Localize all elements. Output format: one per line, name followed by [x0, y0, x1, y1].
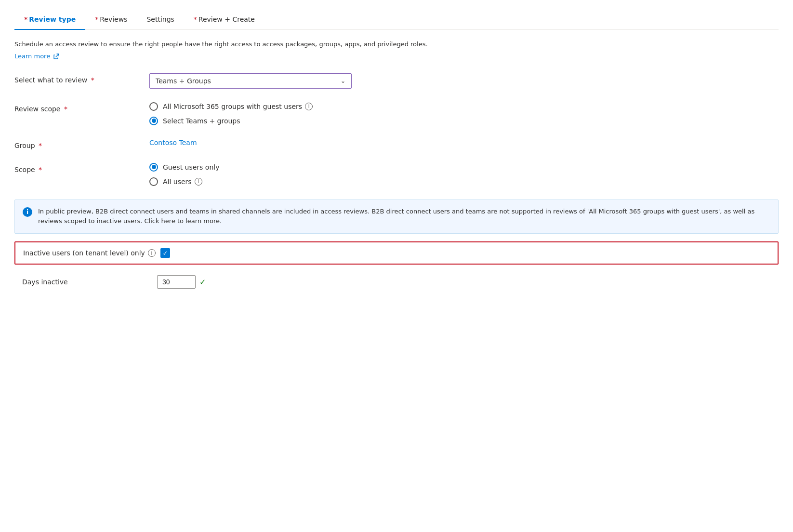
inactive-users-label: Inactive users (on tenant level) only i [23, 249, 156, 257]
teams-groups-dropdown[interactable]: Teams + Groups ⌄ [149, 73, 352, 89]
radio-inner-guest [152, 165, 156, 169]
info-icon-all-users[interactable]: i [195, 178, 202, 186]
learn-more-link[interactable]: Learn more [14, 53, 59, 60]
group-link[interactable]: Contoso Team [149, 139, 197, 146]
tab-settings[interactable]: Settings [137, 10, 184, 30]
radio-all-m365[interactable]: All Microsoft 365 groups with guest user… [149, 102, 779, 111]
group-control: Contoso Team [149, 139, 779, 146]
scope-control: Guest users only All users i [149, 163, 779, 186]
radio-guest-users[interactable]: Guest users only [149, 163, 779, 172]
page-description: Schedule an access review to ensure the … [14, 40, 779, 49]
select-what-to-review-control: Teams + Groups ⌄ [149, 73, 779, 89]
tab-nav: *Review type *Reviews Settings *Review +… [14, 10, 779, 30]
radio-inner-select-teams [152, 119, 156, 123]
info-banner-text: In public preview, B2B direct connect us… [38, 207, 770, 227]
days-inactive-control: ✓ [157, 275, 206, 289]
radio-label-all-users: All users i [163, 178, 202, 186]
info-icon-all-m365[interactable]: i [305, 103, 313, 110]
info-banner-icon: i [23, 207, 32, 217]
radio-select-teams[interactable]: Select Teams + groups [149, 117, 779, 125]
check-icon: ✓ [162, 250, 168, 257]
tab-review-create[interactable]: *Review + Create [184, 10, 264, 30]
scope-row: Scope * Guest users only All users [14, 163, 779, 186]
required-star: * [95, 15, 98, 23]
radio-label-guest: Guest users only [163, 163, 219, 171]
radio-outer-all-users [149, 177, 158, 186]
group-label: Group * [14, 139, 149, 149]
radio-all-users[interactable]: All users i [149, 177, 779, 186]
inactive-users-row: Inactive users (on tenant level) only i … [14, 241, 779, 265]
scope-radio-group: Guest users only All users i [149, 163, 779, 186]
radio-label-all-m365: All Microsoft 365 groups with guest user… [163, 103, 313, 110]
radio-label-select-teams: Select Teams + groups [163, 117, 240, 125]
review-scope-label: Review scope * [14, 102, 149, 113]
days-inactive-label: Days inactive [22, 278, 157, 286]
review-scope-radio-group: All Microsoft 365 groups with guest user… [149, 102, 779, 125]
info-banner: i In public preview, B2B direct connect … [14, 200, 779, 234]
select-what-to-review-label: Select what to review * [14, 73, 149, 84]
required-star: * [194, 15, 197, 23]
chevron-down-icon: ⌄ [341, 78, 345, 84]
tab-review-type[interactable]: *Review type [14, 10, 85, 30]
days-inactive-input[interactable] [157, 275, 196, 289]
scope-label: Scope * [14, 163, 149, 173]
form-section: Select what to review * Teams + Groups ⌄… [14, 73, 779, 186]
radio-outer-guest [149, 163, 158, 172]
info-icon-inactive-users[interactable]: i [148, 249, 156, 257]
inactive-users-checkbox[interactable]: ✓ [160, 248, 170, 258]
group-row: Group * Contoso Team [14, 139, 779, 149]
radio-outer-all-m365 [149, 102, 158, 111]
required-star: * [24, 15, 27, 23]
external-link-icon [53, 53, 59, 59]
review-scope-row: Review scope * All Microsoft 365 groups … [14, 102, 779, 125]
review-scope-control: All Microsoft 365 groups with guest user… [149, 102, 779, 125]
tab-reviews[interactable]: *Reviews [85, 10, 137, 30]
select-what-to-review-row: Select what to review * Teams + Groups ⌄ [14, 73, 779, 89]
radio-outer-select-teams [149, 117, 158, 125]
check-green-icon: ✓ [199, 278, 206, 287]
days-inactive-row: Days inactive ✓ [14, 272, 779, 292]
